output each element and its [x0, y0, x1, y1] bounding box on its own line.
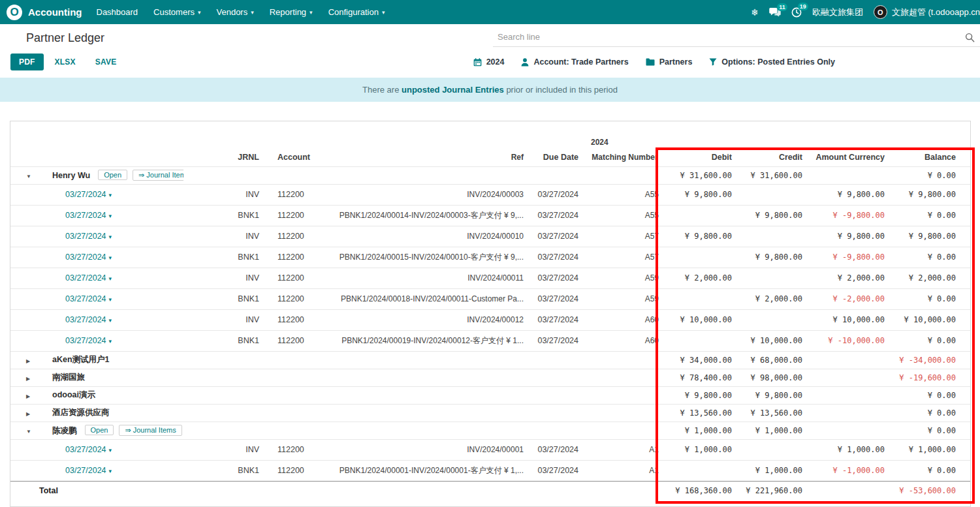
balance-cell: ¥ 10,000.00	[891, 309, 970, 330]
toggle-cell[interactable]: ▶	[10, 386, 30, 404]
balance-cell: ¥ 0.00	[891, 288, 970, 309]
toggle-cell[interactable]: ▼	[10, 166, 30, 184]
user-menu[interactable]: O 文旅超管 (t.odooapp.cn	[874, 5, 980, 19]
menu-dashboard[interactable]: Dashboard	[89, 0, 146, 24]
debit-cell	[661, 330, 735, 351]
line-date-link[interactable]: 03/27/2024▾	[65, 315, 112, 324]
unposted-entries-link[interactable]: unposted Journal Entries	[402, 85, 504, 95]
company-switcher[interactable]: 欧融文旅集团	[812, 7, 863, 18]
menu-customers-label: Customers	[153, 7, 195, 17]
col-header-amount-currency: Amount Currency	[806, 149, 891, 166]
line-date-link[interactable]: 03/27/2024▾	[65, 445, 112, 454]
expand-caret-icon[interactable]: ▼	[10, 429, 31, 435]
facet-account-filter[interactable]: Account: Trade Partners	[521, 57, 628, 67]
account-cell: 112200	[262, 439, 337, 460]
journal-line-row: 03/27/2024▾INV112200INV/2024/0001103/27/…	[10, 268, 970, 288]
debit-cell: ¥ 34,000.00	[661, 351, 735, 369]
credit-cell: ¥ 9,800.00	[735, 386, 806, 404]
matching-number-cell: A60	[588, 309, 661, 330]
odoo-logo[interactable]: O	[7, 5, 22, 20]
col-header-matching-number: Matching Number	[588, 149, 661, 166]
empty-cell	[183, 422, 262, 439]
toggle-cell[interactable]: ▶	[10, 404, 30, 422]
col-header-balance: Balance	[891, 149, 970, 166]
journal-items-button[interactable]: ⇒ Journal Items	[119, 425, 182, 436]
menu-configuration[interactable]: Configuration▾	[321, 0, 393, 24]
search-icon[interactable]	[965, 33, 975, 42]
facet-date-label: 2024	[486, 57, 505, 67]
due-date-cell: 03/27/2024	[533, 288, 588, 309]
facet-date-filter[interactable]: 2024	[473, 57, 505, 67]
line-date: 03/27/2024	[65, 466, 106, 475]
matching-number-cell: A1	[588, 439, 661, 460]
jrnl-cell: BNK1	[183, 460, 262, 481]
empty-cell	[262, 404, 337, 422]
user-icon	[521, 58, 529, 67]
amount-currency-cell: ¥ 10,000.00	[806, 309, 891, 330]
line-date-link[interactable]: 03/27/2024▾	[65, 294, 112, 303]
debit-cell: ¥ 1,000.00	[661, 439, 735, 460]
line-date: 03/27/2024	[65, 232, 106, 241]
app-switcher[interactable]: Accounting	[28, 7, 82, 18]
menu-customers[interactable]: Customers▾	[146, 0, 208, 24]
line-date-link[interactable]: 03/27/2024▾	[65, 211, 112, 220]
save-button[interactable]: SAVE	[87, 54, 125, 70]
journal-items-button[interactable]: ⇒ Journal Items	[133, 170, 183, 181]
unposted-entries-alert: There are unposted Journal Entries prior…	[0, 78, 980, 102]
account-cell: 112200	[262, 268, 337, 288]
account-cell: 112200	[262, 226, 337, 247]
toggle-cell[interactable]: ▼	[10, 422, 30, 439]
expand-caret-icon[interactable]: ▶	[10, 411, 30, 417]
chevron-down-icon: ▾	[382, 9, 385, 16]
activities-clock-icon[interactable]: 19	[791, 7, 802, 18]
messages-icon[interactable]: 11	[769, 8, 781, 17]
line-date-link[interactable]: 03/27/2024▾	[65, 253, 112, 262]
line-date-link[interactable]: 03/27/2024▾	[65, 466, 112, 475]
expand-caret-icon[interactable]: ▶	[10, 393, 30, 399]
line-date: 03/27/2024	[65, 445, 106, 454]
debug-mode-icon[interactable]: ❄	[751, 7, 759, 18]
partner-name: odooai演示	[52, 390, 95, 399]
chevron-down-icon: ▾	[309, 9, 313, 16]
empty-cell	[588, 422, 661, 439]
due-date-cell: 03/27/2024	[533, 439, 588, 460]
odoo-logo-letter: O	[10, 6, 18, 19]
activities-badge: 19	[798, 3, 808, 10]
folder-icon	[646, 58, 655, 66]
debit-cell: ¥ 1,000.00	[661, 422, 735, 439]
facet-options-filter[interactable]: Options: Posted Entries Only	[709, 57, 835, 67]
journal-line-row: 03/27/2024▾BNK1112200PBNK1/2024/00001-IN…	[10, 460, 970, 481]
debit-cell: ¥ 168,360.00	[661, 481, 735, 500]
line-date-link[interactable]: 03/27/2024▾	[65, 273, 112, 283]
partner-ledger-table: 2024 JRNL Account Ref Due Date Matching …	[10, 136, 970, 500]
xlsx-button[interactable]: XLSX	[46, 54, 84, 70]
open-button[interactable]: Open	[98, 170, 127, 180]
toggle-cell[interactable]: ▶	[10, 369, 30, 386]
credit-cell	[735, 268, 806, 288]
open-button[interactable]: Open	[85, 425, 114, 435]
journal-line-row: 03/27/2024▾INV112200INV/2024/0001003/27/…	[10, 226, 970, 247]
line-date-link[interactable]: 03/27/2024▾	[65, 190, 112, 199]
dropdown-caret-icon: ▾	[109, 275, 112, 282]
toggle-cell[interactable]: ▶	[10, 351, 30, 369]
facet-partners-filter[interactable]: Partners	[646, 57, 693, 67]
expand-caret-icon[interactable]: ▼	[10, 174, 31, 179]
account-cell: 112200	[262, 330, 337, 351]
year-header-row: 2024	[10, 136, 970, 149]
partner-label-cell: 酒店资源供应商	[30, 404, 183, 422]
line-date-link[interactable]: 03/27/2024▾	[65, 232, 112, 241]
line-date-link[interactable]: 03/27/2024▾	[65, 336, 112, 345]
empty-cell	[183, 351, 262, 369]
pdf-button[interactable]: PDF	[10, 54, 44, 70]
matching-number-cell: A60	[588, 330, 661, 351]
debit-cell	[661, 247, 735, 268]
line-label-cell: 03/27/2024▾	[30, 330, 183, 351]
ref-cell: PBNK1/2024/00015-INV/2024/00010-客户支付 ¥ 9…	[337, 247, 533, 268]
facet-partners-label: Partners	[659, 57, 693, 67]
search-input[interactable]	[493, 29, 962, 45]
expand-caret-icon[interactable]: ▶	[10, 376, 30, 382]
expand-caret-icon[interactable]: ▶	[10, 358, 30, 364]
menu-vendors[interactable]: Vendors▾	[209, 0, 262, 24]
amount-currency-cell	[806, 166, 891, 184]
menu-reporting[interactable]: Reporting▾	[262, 0, 321, 24]
